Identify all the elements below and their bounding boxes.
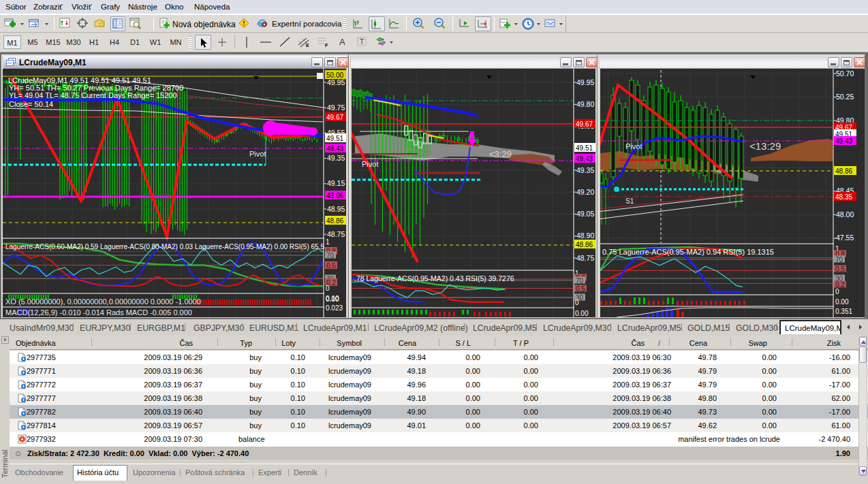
svg-text:YL= 49.04 TL= 48.75 Curren: YL= 49.04 TL= 48.75 Current Days Range= … bbox=[9, 91, 177, 99]
svg-text:S1: S1 bbox=[625, 197, 634, 205]
svg-text:0.023: 0.023 bbox=[326, 304, 343, 312]
svg-text:47.55: 47.55 bbox=[836, 233, 854, 242]
svg-text:Close= 50.14: Close= 50.14 bbox=[9, 100, 53, 108]
svg-text:48.90: 48.90 bbox=[576, 231, 594, 240]
svg-text:49.06: 49.06 bbox=[326, 192, 343, 199]
svg-text:49.35: 49.35 bbox=[327, 154, 345, 162]
svg-text:0.2: 0.2 bbox=[835, 281, 845, 289]
svg-text:<13:29: <13:29 bbox=[749, 140, 781, 152]
svg-text:49.67: 49.67 bbox=[576, 120, 593, 128]
svg-text:48.35: 48.35 bbox=[835, 193, 852, 201]
svg-text:MACD(12,26,9) -0.010 -0.014 R: MACD(12,26,9) -0.010 -0.014 Rads MACD -0… bbox=[5, 308, 192, 317]
svg-text:Pivot: Pivot bbox=[362, 160, 378, 168]
svg-text:1: 1 bbox=[326, 238, 330, 246]
svg-text:48.86: 48.86 bbox=[576, 241, 593, 248]
svg-text:48.75: 48.75 bbox=[576, 254, 594, 262]
svg-text:Pivot: Pivot bbox=[249, 150, 266, 158]
svg-text:F: F bbox=[325, 43, 328, 48]
svg-text:0: 0 bbox=[575, 299, 579, 306]
svg-text:48.86: 48.86 bbox=[326, 217, 343, 225]
svg-text:49.43: 49.43 bbox=[835, 138, 852, 145]
svg-text:49.51: 49.51 bbox=[326, 135, 343, 142]
svg-text:70: 70 bbox=[835, 256, 843, 263]
svg-text:49.51: 49.51 bbox=[576, 144, 593, 152]
svg-text:50.25: 50.25 bbox=[836, 93, 854, 101]
svg-text:49.95: 49.95 bbox=[576, 78, 594, 86]
svg-text:0.5: 0.5 bbox=[835, 265, 845, 273]
svg-text:XO (5.00000000), 0.00000000,0.: XO (5.00000000), 0.00000000,0.00000000 0… bbox=[5, 297, 201, 306]
svg-text:48.86: 48.86 bbox=[835, 167, 852, 175]
svg-text:0.5: 0.5 bbox=[326, 262, 336, 270]
svg-text:0.10: 0.10 bbox=[326, 295, 339, 302]
svg-text:0.00: 0.00 bbox=[575, 310, 589, 317]
svg-text:49.05: 49.05 bbox=[576, 210, 594, 218]
svg-text:49.43: 49.43 bbox=[576, 155, 593, 163]
svg-text:49.80: 49.80 bbox=[576, 100, 594, 108]
svg-text:0.5: 0.5 bbox=[576, 285, 585, 293]
svg-text:49.35: 49.35 bbox=[576, 166, 594, 174]
svg-text:0: 0 bbox=[326, 285, 330, 292]
svg-text:48.75: 48.75 bbox=[327, 230, 345, 238]
svg-text:T: T bbox=[360, 38, 364, 46]
svg-text:0.351: 0.351 bbox=[835, 308, 852, 315]
svg-text:0.75 Laguerre-ACS(0.95-MA2) 0: 0.75 Laguerre-ACS(0.95-MA2) 0.94 RSI(5) … bbox=[602, 248, 774, 256]
svg-text:0.00: 0.00 bbox=[835, 298, 849, 306]
svg-text:Laguerre-ACS(0.60-MA2) 0.59 L: Laguerre-ACS(0.60-MA2) 0.59 Laguerre-ACS… bbox=[5, 243, 336, 251]
svg-text:.78 Laguerre-ACS(0.95-MA2) 0.4: .78 Laguerre-ACS(0.95-MA2) 0.43 RSI(5) 3… bbox=[354, 274, 514, 283]
svg-text:E: E bbox=[306, 43, 309, 48]
svg-text:48.95: 48.95 bbox=[327, 205, 345, 213]
svg-text:49.20: 49.20 bbox=[576, 188, 594, 196]
svg-text:49.43: 49.43 bbox=[326, 145, 343, 152]
svg-text:49.75: 49.75 bbox=[327, 103, 345, 112]
svg-text:50.70: 50.70 bbox=[836, 69, 854, 78]
svg-text:49.95: 49.95 bbox=[327, 78, 345, 86]
svg-text:70: 70 bbox=[326, 252, 335, 259]
svg-text:Pivot: Pivot bbox=[625, 142, 642, 150]
svg-text:49.67: 49.67 bbox=[326, 114, 343, 121]
svg-text:70: 70 bbox=[576, 277, 584, 285]
svg-text:0: 0 bbox=[835, 288, 839, 295]
svg-text:<3:29: <3:29 bbox=[489, 149, 512, 159]
svg-text:48.00: 48.00 bbox=[836, 210, 854, 219]
svg-text:49.15: 49.15 bbox=[327, 179, 345, 187]
